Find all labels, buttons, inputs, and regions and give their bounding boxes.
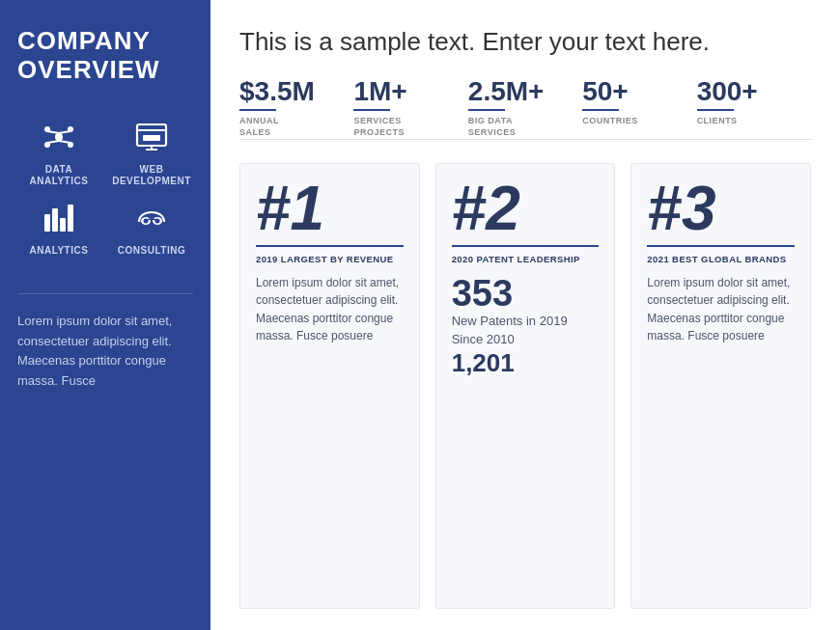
rank-card-3: #3 2021 BEST GLOBAL BRANDS Lorem ipsum d…	[630, 163, 811, 609]
stat-divider-countries	[582, 109, 619, 111]
stat-divider-clients	[697, 109, 734, 111]
stat-value-annual-sales: $3.5M	[239, 78, 315, 105]
slide: COMPANYOVERVIEW	[0, 0, 840, 630]
stat-label-countries: COUNTRIES	[582, 116, 638, 127]
rank-number-2: #2	[452, 178, 600, 239]
svg-line-8	[59, 141, 70, 143]
stat-label-annual-sales: ANNUALSALES	[239, 116, 279, 138]
stat-annual-sales: $3.5M ANNUALSALES	[239, 78, 353, 138]
icon-label-web-development: WEBDEVELOPMENT	[112, 164, 191, 187]
stat-divider-services-projects	[353, 109, 390, 111]
svg-point-20	[144, 218, 149, 223]
icon-label-analytics: ANALYTICS	[30, 245, 89, 257]
rank-card-1: #1 2019 LARGEST BY REVENUE Lorem ipsum d…	[239, 163, 420, 609]
icon-label-consulting: CONSULTING	[118, 245, 185, 257]
stat-countries: 50+ COUNTRIES	[582, 78, 696, 138]
stat-divider-annual-sales	[239, 109, 276, 111]
web-development-icon	[126, 116, 177, 158]
main-header: This is a sample text. Enter your text h…	[239, 27, 811, 57]
stat-value-countries: 50+	[582, 78, 629, 105]
stat-divider-big-data	[468, 109, 505, 111]
svg-rect-16	[60, 218, 66, 232]
svg-point-21	[155, 218, 160, 223]
rank-number-3: #3	[647, 178, 795, 239]
rank-body-1: Lorem ipsum dolor sit amet, consectetuer…	[256, 274, 404, 345]
sidebar-divider	[17, 293, 193, 294]
data-analytics-icon	[34, 116, 84, 158]
stat-value-big-data: 2.5M+	[468, 78, 545, 105]
sidebar: COMPANYOVERVIEW	[0, 0, 210, 630]
main-content: This is a sample text. Enter your text h…	[210, 0, 840, 630]
svg-line-7	[47, 141, 59, 143]
icon-item-analytics: ANALYTICS	[17, 197, 100, 257]
stat-value-clients: 300+	[697, 78, 758, 105]
svg-point-0	[55, 133, 63, 141]
svg-rect-11	[143, 135, 160, 141]
sidebar-title: COMPANYOVERVIEW	[17, 27, 193, 85]
rank-body-3: Lorem ipsum dolor sit amet, consectetuer…	[647, 274, 795, 345]
rank-title-2: 2020 PATENT LEADERSHIP	[452, 245, 600, 264]
svg-rect-17	[68, 205, 73, 232]
stat-clients: 300+ CLIENTS	[697, 78, 811, 138]
stat-value-services-projects: 1M+	[353, 78, 406, 105]
stat-services-projects: 1M+ SERVICESPROJECTS	[353, 78, 467, 138]
analytics-icon	[34, 197, 84, 239]
rank-number-1: #1	[256, 178, 404, 239]
svg-rect-14	[44, 214, 50, 232]
icon-label-data-analytics: DATAANALYTICS	[30, 164, 89, 187]
stat-label-clients: CLIENTS	[697, 116, 738, 127]
rank-since-label-2: Since 2010	[452, 332, 600, 346]
stat-label-services-projects: SERVICESPROJECTS	[353, 116, 405, 138]
stat-big-data: 2.5M+ BIG DATASERVICES	[468, 78, 582, 138]
svg-line-5	[47, 131, 59, 133]
rank-sub-label-2: New Patents in 2019	[452, 314, 600, 328]
svg-rect-15	[52, 208, 58, 232]
rank-since-number-2: 1,201	[452, 348, 600, 378]
sidebar-body-text: Lorem ipsum dolor sit amet, consectetuer…	[17, 312, 193, 392]
consulting-icon	[126, 197, 177, 239]
icon-item-web-development: WEBDEVELOPMENT	[110, 116, 193, 187]
stats-row: $3.5M ANNUALSALES 1M+ SERVICESPROJECTS 2…	[239, 78, 811, 139]
ranking-row: #1 2019 LARGEST BY REVENUE Lorem ipsum d…	[239, 163, 811, 609]
rank-big-number-2: 353	[452, 274, 600, 315]
rank-card-2: #2 2020 PATENT LEADERSHIP 353 New Patent…	[435, 163, 616, 609]
svg-line-6	[59, 131, 70, 133]
rank-title-3: 2021 BEST GLOBAL BRANDS	[647, 245, 795, 264]
icon-item-data-analytics: DATAANALYTICS	[17, 116, 100, 187]
stat-label-big-data: BIG DATASERVICES	[468, 116, 516, 138]
icon-grid: DATAANALYTICS WEBDEVELOPMENT	[17, 116, 193, 257]
rank-title-1: 2019 LARGEST BY REVENUE	[256, 245, 404, 264]
icon-item-consulting: CONSULTING	[110, 197, 193, 257]
